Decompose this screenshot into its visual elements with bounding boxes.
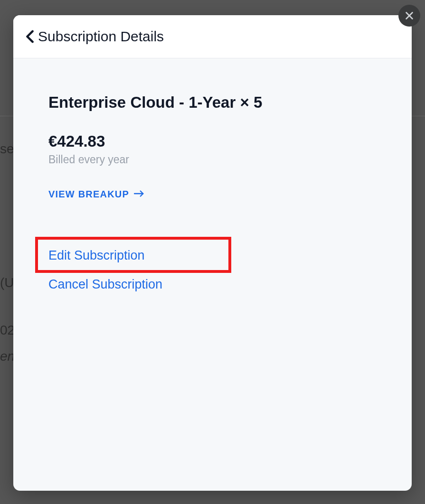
view-breakup-link[interactable]: VIEW BREAKUP	[48, 188, 144, 200]
subscription-actions: Edit Subscription Cancel Subscription	[48, 241, 377, 299]
plan-price: €424.83	[48, 132, 377, 150]
edit-subscription-link[interactable]: Edit Subscription	[48, 241, 377, 270]
modal-body: Enterprise Cloud - 1-Year × 5 €424.83 Bi…	[13, 58, 412, 318]
back-button[interactable]: Subscription Details	[26, 28, 164, 45]
background-text: 02	[0, 323, 15, 338]
modal-header: Subscription Details	[13, 15, 412, 58]
subscription-details-modal: Subscription Details Enterprise Cloud - …	[13, 15, 412, 491]
close-button[interactable]	[398, 5, 420, 27]
modal-title: Subscription Details	[38, 28, 164, 45]
plan-name: Enterprise Cloud - 1-Year × 5	[48, 93, 377, 112]
background-text: (U	[0, 275, 14, 290]
close-icon	[404, 10, 415, 21]
arrow-right-icon	[134, 188, 144, 200]
view-breakup-label: VIEW BREAKUP	[48, 189, 129, 200]
billing-cycle: Billed every year	[48, 153, 377, 166]
cancel-subscription-link[interactable]: Cancel Subscription	[48, 270, 377, 299]
chevron-left-icon	[26, 30, 34, 43]
background-text: se	[0, 141, 14, 157]
